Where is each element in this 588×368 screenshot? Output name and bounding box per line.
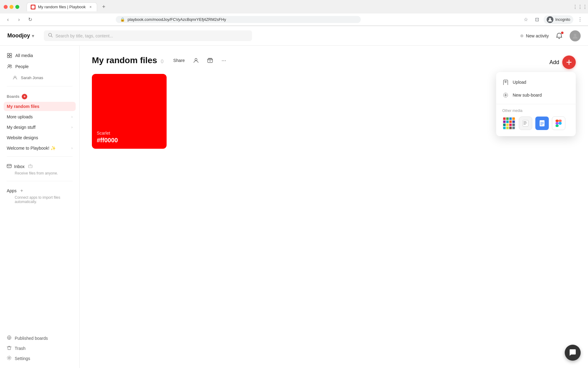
my-design-stuff-arrow-icon: › [71, 125, 73, 129]
lock-icon: 🔒 [120, 17, 125, 22]
svg-rect-6 [10, 53, 12, 55]
incognito-label: Incognito [555, 17, 570, 22]
profile-icon[interactable]: ⊡ [533, 15, 541, 24]
svg-rect-24 [523, 120, 528, 126]
figma-media-button[interactable] [552, 117, 565, 130]
more-options-button[interactable]: ··· [219, 56, 228, 65]
svg-rect-17 [208, 59, 213, 63]
page-title: My random files 0 [92, 56, 164, 65]
apps-add-button[interactable]: + [19, 188, 24, 194]
all-media-icon [7, 53, 12, 58]
svg-rect-13 [28, 165, 32, 168]
svg-rect-26 [556, 120, 559, 122]
add-dropdown: Upload New sub-board Other media [496, 72, 576, 136]
forward-button[interactable]: › [15, 15, 23, 24]
board-my-random-files-label: My random files [7, 104, 73, 109]
published-icon [7, 335, 12, 341]
new-activity-button[interactable]: New activity [520, 33, 549, 38]
incognito-avatar [547, 16, 553, 23]
apps-label: Apps [7, 188, 17, 193]
archive-icon [207, 58, 213, 63]
sidebar-item-trash[interactable]: Trash [4, 343, 76, 353]
main-content: My random files 0 Share ··· [80, 46, 588, 368]
search-icon [48, 33, 53, 39]
person-icon [12, 75, 18, 80]
address-bar[interactable]: 🔒 playbook.com/moodJoy/FCVyAzcBqmrYEfj4Z… [116, 16, 361, 23]
sidebar-item-people[interactable]: People [4, 62, 76, 71]
back-button[interactable]: ‹ [4, 15, 12, 24]
notion-icon [522, 119, 530, 127]
sidebar-item-my-random-files[interactable]: My random files [4, 102, 76, 111]
svg-rect-27 [556, 122, 559, 125]
sidebar-item-settings[interactable]: Settings [4, 353, 76, 363]
gdocs-media-button[interactable] [535, 117, 549, 130]
app-logo[interactable]: Moodjoy ▾ [7, 33, 34, 39]
search-bar[interactable]: Search by title, tags, content... [44, 30, 252, 41]
archive-button[interactable] [205, 56, 215, 64]
browser-menu-icon[interactable]: ⋮⋮⋮ [576, 2, 584, 11]
svg-rect-29 [559, 120, 562, 122]
sidebar-item-website-designs[interactable]: Website designs [4, 133, 76, 142]
page-header: My random files 0 Share ··· [92, 56, 576, 65]
color-grid-media-button[interactable] [502, 117, 516, 130]
svg-rect-28 [556, 125, 559, 127]
boards-add-button[interactable]: + [22, 94, 27, 99]
new-tab-button[interactable]: + [100, 2, 108, 11]
sidebar-item-published-boards[interactable]: Published boards [4, 333, 76, 343]
svg-rect-5 [7, 53, 9, 55]
upload-icon [502, 79, 509, 86]
upload-item[interactable]: Upload [496, 76, 576, 89]
sarah-jonas-label: Sarah Jonas [21, 75, 73, 80]
minimize-dot[interactable] [9, 5, 13, 9]
bookmark-icon[interactable]: ☆ [522, 15, 530, 24]
header-actions: New activity [520, 30, 581, 41]
logo-text: Moodjoy [7, 33, 30, 39]
gdocs-icon [538, 120, 546, 127]
new-activity-label: New activity [526, 33, 549, 38]
sidebar-item-all-media[interactable]: All media [4, 51, 76, 60]
notifications-button[interactable] [554, 30, 565, 41]
sidebar-item-sarah-jonas[interactable]: Sarah Jonas [4, 73, 76, 82]
figma-icon [555, 119, 562, 128]
share-button[interactable]: Share [171, 57, 187, 64]
chat-bubble-button[interactable] [565, 345, 581, 361]
browser-more-icon[interactable]: ⋮ [576, 15, 584, 24]
board-website-designs-label: Website designs [7, 135, 73, 140]
inbox-section: Inbox Receive files from anyone. [4, 160, 76, 177]
logo-chevron-icon: ▾ [32, 33, 34, 38]
inbox-description: Receive files from anyone. [7, 171, 73, 175]
user-avatar[interactable] [570, 30, 581, 41]
apps-section: Apps + Connect apps to import files auto… [4, 185, 76, 206]
board-my-design-stuff-label: My design stuff [7, 125, 68, 130]
new-sub-board-item[interactable]: New sub-board [496, 89, 576, 102]
notion-media-button[interactable] [519, 117, 532, 130]
page-actions: Share ··· [171, 56, 228, 65]
inbox-label: Inbox [14, 164, 24, 169]
tab-close-button[interactable]: × [88, 5, 93, 10]
user-manage-button[interactable] [191, 56, 201, 64]
incognito-button[interactable]: Incognito [544, 15, 573, 24]
plus-icon [566, 59, 572, 66]
svg-point-10 [10, 65, 12, 67]
reload-button[interactable]: ↻ [26, 15, 34, 24]
board-welcome-playbook-label: Welcome to Playbook! ✨ [7, 146, 68, 151]
sidebar-item-more-uploads[interactable]: More uploads › [4, 112, 76, 121]
page-title-count: 0 [161, 59, 164, 64]
browser-tab[interactable]: My random files | Playbook × [27, 2, 97, 11]
boards-section-header: Boards + [4, 90, 76, 101]
color-card[interactable]: Scarlet #ff0000 [92, 74, 167, 149]
user-icon [193, 58, 199, 63]
apps-row[interactable]: Apps + [7, 187, 73, 195]
add-label[interactable]: Add [549, 56, 559, 69]
sidebar-item-welcome-to-playbook[interactable]: Welcome to Playbook! ✨ › [4, 144, 76, 153]
svg-point-9 [8, 65, 10, 67]
maximize-dot[interactable] [15, 5, 19, 9]
more-uploads-arrow-icon: › [71, 115, 73, 119]
sidebar: All media People Sarah Jonas Boards + [0, 46, 80, 368]
add-button[interactable] [562, 56, 576, 69]
sidebar-item-my-design-stuff[interactable]: My design stuff › [4, 123, 76, 132]
other-media-icons [496, 115, 576, 132]
welcome-playbook-arrow-icon: › [71, 146, 73, 150]
inbox-row[interactable]: Inbox [7, 162, 73, 171]
close-dot[interactable] [4, 5, 8, 9]
